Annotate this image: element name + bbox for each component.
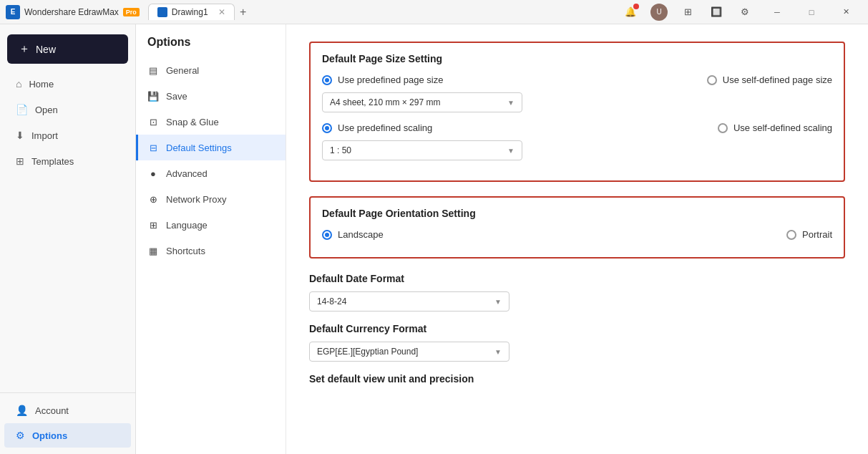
grid-icon: ⊞ bbox=[684, 6, 692, 17]
share-button[interactable]: 🔲 bbox=[706, 2, 726, 22]
radio-selfdefined-pagesize-label: Use self-defined page size bbox=[723, 74, 832, 85]
currency-select[interactable]: EGP[£E.][Egyptian Pound] ▼ bbox=[309, 342, 509, 362]
new-label: New bbox=[36, 44, 56, 55]
titlebar-controls: 🔔 U ⊞ 🔲 ⚙ bbox=[620, 2, 755, 22]
tab-icon bbox=[157, 7, 167, 17]
page-size-section: Default Page Size Setting Use predefined… bbox=[309, 42, 845, 182]
user-avatar[interactable]: U bbox=[649, 2, 669, 22]
date-format-arrow: ▼ bbox=[494, 298, 502, 306]
notification-dot bbox=[633, 4, 639, 9]
radio-predefined-pagesize-label: Use predefined page size bbox=[338, 74, 443, 85]
orientation-radio-row: Landscape Portrait bbox=[322, 229, 832, 240]
options-label-language: Language bbox=[166, 220, 208, 231]
date-format-section: Default Date Format 14-8-24 ▼ bbox=[309, 273, 845, 311]
close-button[interactable]: ✕ bbox=[829, 0, 862, 24]
options-item-default-settings[interactable]: ⊟ Default Settings bbox=[136, 135, 286, 160]
sidebar-item-templates[interactable]: ⊞ Templates bbox=[4, 149, 131, 173]
general-icon: ▤ bbox=[147, 64, 159, 76]
sidebar-item-home[interactable]: Home bbox=[4, 72, 131, 96]
main-layout: ＋ New Home 📄 Open ⬇ Import ⊞ Templates 👤… bbox=[0, 24, 868, 454]
unit-precision-section: Set default view unit and precision bbox=[309, 373, 845, 385]
radio-predefined-pagesize-circle bbox=[322, 75, 332, 85]
date-format-value: 14-8-24 bbox=[317, 296, 346, 306]
scaling-select-row: 1 : 50 ▼ bbox=[322, 140, 832, 160]
date-format-select[interactable]: 14-8-24 ▼ bbox=[309, 291, 509, 311]
radio-predefined-scaling-circle bbox=[322, 123, 332, 133]
radio-portrait-label: Portrait bbox=[802, 229, 832, 240]
bell-button[interactable]: 🔔 bbox=[620, 2, 640, 22]
settings-icon: ⚙ bbox=[741, 6, 749, 17]
scaling-select[interactable]: 1 : 50 ▼ bbox=[322, 140, 522, 160]
avatar-image: U bbox=[650, 4, 668, 21]
currency-label: Default Currency Format bbox=[309, 323, 845, 334]
options-item-snap-glue[interactable]: ⊡ Snap & Glue bbox=[136, 109, 286, 135]
radio-selfdefined-pagesize[interactable]: Use self-defined page size bbox=[707, 74, 832, 85]
plus-icon: ＋ bbox=[19, 42, 30, 57]
shortcuts-icon: ▦ bbox=[147, 245, 159, 256]
options-title: Options bbox=[136, 36, 286, 57]
radio-predefined-scaling[interactable]: Use predefined scaling bbox=[322, 122, 432, 133]
options-label-save: Save bbox=[166, 91, 187, 102]
tab-close-icon[interactable]: ✕ bbox=[218, 7, 225, 17]
advanced-icon: ● bbox=[147, 168, 159, 179]
options-label-default: Default Settings bbox=[166, 143, 232, 153]
maximize-button[interactable]: □ bbox=[795, 0, 828, 24]
radio-predefined-pagesize[interactable]: Use predefined page size bbox=[322, 74, 443, 85]
snap-icon: ⊡ bbox=[147, 116, 159, 127]
language-icon: ⊞ bbox=[147, 219, 159, 231]
sidebar-label-options: Options bbox=[32, 430, 67, 441]
options-label-snap: Snap & Glue bbox=[166, 117, 219, 127]
options-label-general: General bbox=[166, 65, 199, 76]
account-icon: 👤 bbox=[16, 405, 28, 416]
page-size-title: Default Page Size Setting bbox=[322, 53, 832, 64]
scaling-value: 1 : 50 bbox=[330, 145, 351, 155]
default-icon: ⊟ bbox=[147, 142, 159, 153]
radio-selfdefined-scaling-circle bbox=[718, 123, 728, 133]
titlebar: E Wondershare EdrawMax Pro Drawing1 ✕ + … bbox=[0, 0, 868, 24]
templates-icon: ⊞ bbox=[16, 155, 24, 167]
new-tab-button[interactable]: + bbox=[235, 4, 252, 21]
radio-selfdefined-pagesize-circle bbox=[707, 75, 717, 85]
orientation-title: Default Page Orientation Setting bbox=[322, 208, 832, 219]
new-button[interactable]: ＋ New bbox=[7, 34, 128, 64]
options-item-advanced[interactable]: ● Advanced bbox=[136, 160, 286, 186]
radio-portrait[interactable]: Portrait bbox=[786, 229, 832, 240]
radio-selfdefined-scaling-label: Use self-defined scaling bbox=[733, 122, 832, 133]
orientation-section: Default Page Orientation Setting Landsca… bbox=[309, 196, 845, 259]
options-item-language[interactable]: ⊞ Language bbox=[136, 212, 286, 238]
options-icon: ⚙ bbox=[16, 430, 25, 441]
grid-view-button[interactable]: ⊞ bbox=[678, 2, 698, 22]
app-name: Wondershare EdrawMax bbox=[24, 7, 119, 17]
options-item-general[interactable]: ▤ General bbox=[136, 57, 286, 83]
radio-landscape-label: Landscape bbox=[338, 229, 384, 240]
sidebar-item-open[interactable]: 📄 Open bbox=[4, 97, 131, 122]
sidebar-item-import[interactable]: ⬇ Import bbox=[4, 123, 131, 148]
import-icon: ⬇ bbox=[16, 130, 24, 141]
options-item-network-proxy[interactable]: ⊕ Network Proxy bbox=[136, 186, 286, 212]
date-format-label: Default Date Format bbox=[309, 273, 845, 284]
page-size-arrow: ▼ bbox=[507, 99, 515, 107]
sidebar: ＋ New Home 📄 Open ⬇ Import ⊞ Templates 👤… bbox=[0, 24, 136, 454]
sidebar-item-account[interactable]: 👤 Account bbox=[4, 398, 131, 422]
minimize-button[interactable]: ─ bbox=[761, 0, 794, 24]
radio-portrait-circle bbox=[786, 230, 796, 240]
radio-predefined-scaling-label: Use predefined scaling bbox=[338, 122, 432, 133]
page-size-value: A4 sheet, 210 mm × 297 mm bbox=[330, 97, 440, 107]
window-controls: ─ □ ✕ bbox=[761, 0, 862, 24]
options-item-shortcuts[interactable]: ▦ Shortcuts bbox=[136, 238, 286, 264]
options-label-advanced: Advanced bbox=[166, 168, 208, 179]
unit-label: Set default view unit and precision bbox=[309, 373, 845, 385]
page-size-select[interactable]: A4 sheet, 210 mm × 297 mm ▼ bbox=[322, 92, 522, 112]
options-label-network: Network Proxy bbox=[166, 194, 227, 205]
content-area: Default Page Size Setting Use predefined… bbox=[286, 24, 868, 454]
app-icon: E bbox=[6, 5, 20, 19]
sidebar-item-options[interactable]: ⚙ Options bbox=[4, 423, 131, 448]
settings-button[interactable]: ⚙ bbox=[735, 2, 755, 22]
active-tab[interactable]: Drawing1 ✕ bbox=[148, 4, 235, 20]
save-icon: 💾 bbox=[147, 90, 159, 102]
pro-badge: Pro bbox=[123, 8, 140, 16]
options-item-save[interactable]: 💾 Save bbox=[136, 83, 286, 109]
radio-landscape[interactable]: Landscape bbox=[322, 229, 384, 240]
radio-selfdefined-scaling[interactable]: Use self-defined scaling bbox=[718, 122, 832, 133]
sidebar-label-home: Home bbox=[29, 79, 54, 90]
